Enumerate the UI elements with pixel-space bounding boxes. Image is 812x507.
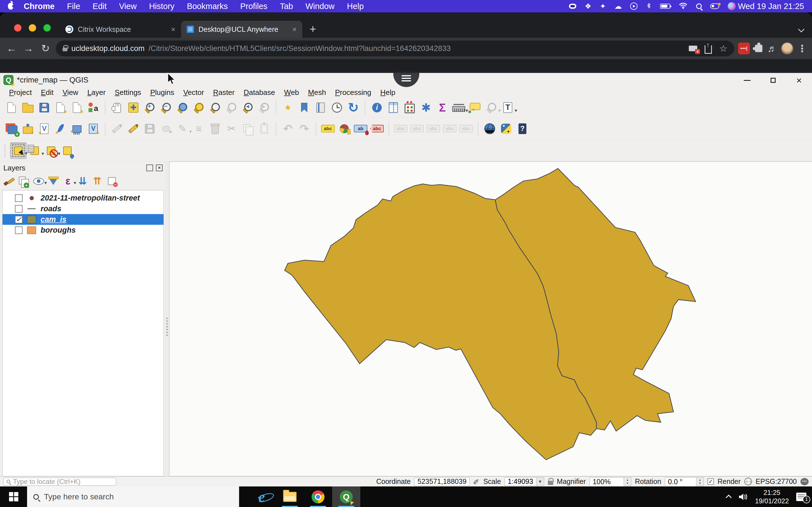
zoom-full-extent-button[interactable] [174, 100, 191, 116]
layer-checkbox[interactable]: ✓ [15, 216, 22, 223]
toolbar-drag-handle[interactable] [4, 145, 7, 157]
layer-name[interactable]: cam_is [41, 215, 66, 224]
address-bar[interactable]: ucldesktop.cloud.com /Citrix/StoreWeb/cl… [56, 41, 734, 56]
start-button[interactable] [0, 487, 27, 507]
qgis-menu-processing[interactable]: Processing [331, 88, 376, 97]
layer-labeling-options-button[interactable]: abc [320, 121, 336, 137]
taskbar-qgis[interactable]: Q [332, 487, 360, 507]
pin-labels-button[interactable]: ab [352, 121, 369, 137]
multiedit-attributes-button[interactable]: ≡ [191, 121, 207, 137]
fullscreen-window-button[interactable] [43, 24, 51, 32]
temporal-controller-button[interactable] [329, 100, 345, 116]
play-icon[interactable] [630, 3, 638, 10]
manage-map-themes-button[interactable]: ▾ [32, 174, 46, 188]
field-calculator-button[interactable] [402, 100, 418, 116]
add-group-button[interactable] [17, 174, 31, 188]
annotation-toolbar-button[interactable]: ▾ [483, 100, 500, 116]
show-hide-labels-button[interactable]: abc [409, 121, 425, 137]
lock-icon[interactable] [63, 48, 67, 51]
qgis-menu-mesh[interactable]: Mesh [304, 88, 331, 97]
macos-menu-chrome[interactable]: Chrome [24, 2, 55, 11]
project-save-button[interactable] [36, 100, 52, 116]
new-spatial-bookmark-button[interactable]: ★ [280, 100, 296, 116]
lastpass-extension-icon[interactable]: •••| [738, 43, 750, 54]
qgis-menu-project[interactable]: Project [4, 88, 36, 97]
rotate-label-button[interactable]: abc [442, 121, 458, 137]
wifi-icon[interactable] [679, 2, 688, 10]
help-contents-button[interactable] [514, 121, 530, 137]
paste-features-button[interactable] [256, 121, 272, 137]
tab-close-icon[interactable]: × [171, 25, 175, 34]
pin-unpin-labels-button[interactable]: abc [393, 121, 409, 137]
extents-icon[interactable]: ✎ [472, 478, 481, 485]
siri-icon[interactable] [728, 2, 735, 10]
zoom-to-selection-button[interactable] [191, 100, 207, 116]
layers-panel-close-icon[interactable]: × [156, 165, 163, 171]
layer-name[interactable]: 2021-11-metropolitan-street [41, 194, 140, 203]
delete-selected-button[interactable] [207, 121, 223, 137]
open-layer-styling-panel-button[interactable] [2, 174, 16, 188]
save-layer-edits-button[interactable] [142, 121, 158, 137]
fan-icon[interactable]: ✦ [600, 2, 606, 11]
zoom-native-resolution-button[interactable] [223, 100, 240, 116]
tab-search-chevron-icon[interactable] [798, 26, 805, 33]
record-icon[interactable] [569, 4, 576, 9]
layer-diagram-options-button[interactable] [336, 121, 352, 137]
tab-citrix-workspace[interactable]: Citrix Workspace × [60, 21, 181, 38]
layer-item-boroughs[interactable]: boroughs [3, 225, 163, 235]
tab-desktop-ucl-anywhere[interactable]: Desktop@UCL Anywhere × [181, 21, 302, 38]
macos-menu-profiles[interactable]: Profiles [240, 2, 267, 11]
select-features-button[interactable]: ▾ [10, 143, 27, 159]
macos-clock[interactable]: Wed 19 Jan 21:25 [738, 2, 804, 11]
control-center-icon[interactable] [710, 3, 719, 9]
zoom-next-button[interactable]: ▸ [256, 100, 272, 116]
zoom-out-button[interactable]: − [158, 100, 174, 116]
filter-legend-by-expression-button[interactable]: ε▾ [61, 174, 75, 188]
coordinate-input[interactable]: 523571,188039 [414, 477, 470, 486]
forward-button[interactable]: → [22, 43, 35, 54]
qgis-menu-vector[interactable]: Vector [179, 88, 209, 97]
scale-lock-icon[interactable] [548, 481, 553, 485]
taskbar-file-explorer[interactable] [276, 487, 304, 507]
layer-checkbox[interactable] [15, 194, 22, 202]
taskbar-search[interactable]: Type here to search [27, 487, 239, 507]
macos-menu-window[interactable]: Window [305, 2, 335, 11]
highlight-pinned-labels-button[interactable]: abc [369, 121, 385, 137]
new-virtual-layer-button[interactable] [69, 121, 85, 137]
current-edits-button[interactable] [109, 121, 125, 137]
dropbox-icon[interactable]: ❖ [585, 2, 591, 11]
qgis-restore-button[interactable] [767, 75, 779, 86]
media-capture-blocked-icon[interactable] [689, 46, 697, 51]
text-annotation-dropdown-icon[interactable]: ▾ [515, 108, 517, 114]
tray-expand-icon[interactable] [726, 495, 732, 501]
new-temporary-scratch-layer-button[interactable] [85, 121, 101, 137]
reload-button[interactable]: ↻ [39, 43, 52, 54]
add-feature-button[interactable] [158, 121, 174, 137]
new-shapefile-layer-button[interactable] [36, 121, 52, 137]
volume-icon[interactable] [738, 493, 748, 501]
remove-layer-group-button[interactable] [105, 174, 119, 188]
new-tab-button[interactable]: + [310, 23, 316, 36]
layer-name[interactable]: boroughs [41, 226, 75, 235]
copy-features-button[interactable] [240, 121, 256, 137]
close-window-button[interactable] [14, 24, 21, 32]
move-label-button[interactable]: abc [425, 121, 442, 137]
identify-features-button[interactable] [369, 100, 385, 116]
taskbar-chrome[interactable] [304, 487, 332, 507]
qgis-menu-layer[interactable]: Layer [83, 88, 110, 97]
refresh-map-button[interactable]: ↻ [345, 100, 361, 116]
pan-map-button[interactable] [109, 100, 125, 116]
change-label-properties-button[interactable]: abc [458, 121, 474, 137]
show-layout-manager-button[interactable]: ✶ [69, 100, 85, 116]
qgis-menu-database[interactable]: Database [239, 88, 280, 97]
macos-menu-view[interactable]: View [119, 2, 137, 11]
browser-menu-dots-icon[interactable]: ⋮ [797, 43, 807, 54]
qgis-menu-raster[interactable]: Raster [209, 88, 239, 97]
redo-button[interactable]: ↷ [296, 121, 312, 137]
crs-globe-icon[interactable] [744, 478, 752, 485]
statistical-summary-button[interactable]: Σ [434, 100, 451, 116]
map-canvas[interactable] [169, 161, 812, 476]
crs-value[interactable]: EPSG:27700 [756, 477, 797, 486]
cut-features-button[interactable]: ✂ [223, 121, 240, 137]
extensions-puzzle-icon[interactable] [755, 45, 762, 52]
